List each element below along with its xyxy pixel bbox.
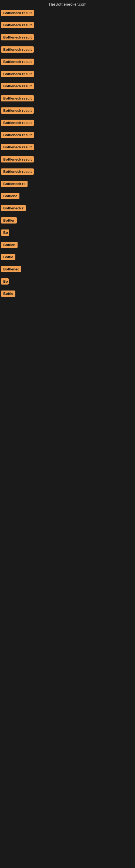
bottleneck-result-badge[interactable]: Bottleneck result (1, 34, 34, 40)
list-item: Bottleneck result (0, 69, 135, 81)
list-item: Bottleneck result (0, 20, 135, 32)
bottleneck-result-badge[interactable]: Bottlene (1, 193, 19, 199)
bottleneck-result-badge[interactable]: Bottleneck result (1, 156, 34, 162)
bottleneck-result-badge[interactable]: Bottleneck result (1, 120, 34, 126)
list-item: Bottleneck result (0, 166, 135, 179)
list-item: Bottler (0, 215, 135, 227)
list-item: Bottleneck result (0, 118, 135, 130)
site-title: TheBottlenecker.com (0, 0, 135, 8)
bottleneck-result-badge[interactable]: Bottle (1, 290, 15, 297)
list-item: Bo (0, 227, 135, 240)
list-item: Bottlene (0, 191, 135, 203)
list-item: Bottle (0, 252, 135, 264)
list-item: Bottleneck result (0, 154, 135, 166)
list-item: Bottleneck result (0, 8, 135, 20)
list-item: Bottleneck r (0, 203, 135, 215)
bottleneck-result-badge[interactable]: Bottleneck result (1, 95, 34, 101)
list-item: Bottleneck result (0, 105, 135, 118)
bottleneck-result-badge[interactable]: Bo (1, 229, 9, 236)
bottleneck-result-badge[interactable]: Bo (1, 278, 9, 284)
list-item: Bottleneck re (0, 179, 135, 191)
bottleneck-result-badge[interactable]: Bottle (1, 254, 15, 260)
bottleneck-result-badge[interactable]: Bottleneck result (1, 46, 34, 53)
bottleneck-result-badge[interactable]: Bottleneck result (1, 144, 34, 150)
bottleneck-result-badge[interactable]: Bottler (1, 217, 17, 223)
list-item: Bottleneck result (0, 32, 135, 44)
bottleneck-result-badge[interactable]: Bottleneck result (1, 132, 34, 138)
list-item: Bottleneck result (0, 44, 135, 56)
bottleneck-result-badge[interactable]: Bottleneck result (1, 22, 34, 28)
bottleneck-result-badge[interactable]: Bottleneck r (1, 205, 26, 211)
list-item: Bottlen (0, 240, 135, 252)
list-item: Bottleneck result (0, 56, 135, 69)
bottleneck-result-badge[interactable]: Bottlen (1, 242, 17, 248)
bottleneck-result-badge[interactable]: Bottleneck result (1, 107, 34, 114)
bottleneck-result-badge[interactable]: Bottlenec (1, 266, 21, 272)
bottleneck-result-badge[interactable]: Bottleneck re (1, 181, 28, 187)
list-item: Bottleneck result (0, 130, 135, 142)
bottleneck-result-badge[interactable]: Bottleneck result (1, 59, 34, 65)
list-item: Bottlenec (0, 264, 135, 276)
items-list: Bottleneck resultBottleneck resultBottle… (0, 8, 135, 301)
bottleneck-result-badge[interactable]: Bottleneck result (1, 83, 34, 89)
list-item: Bottleneck result (0, 81, 135, 93)
list-item: Bottleneck result (0, 142, 135, 154)
bottleneck-result-badge[interactable]: Bottleneck result (1, 10, 34, 16)
list-item: Bo (0, 276, 135, 288)
bottleneck-result-badge[interactable]: Bottleneck result (1, 71, 34, 77)
list-item: Bottle (0, 288, 135, 301)
list-item: Bottleneck result (0, 93, 135, 105)
bottleneck-result-badge[interactable]: Bottleneck result (1, 168, 34, 175)
